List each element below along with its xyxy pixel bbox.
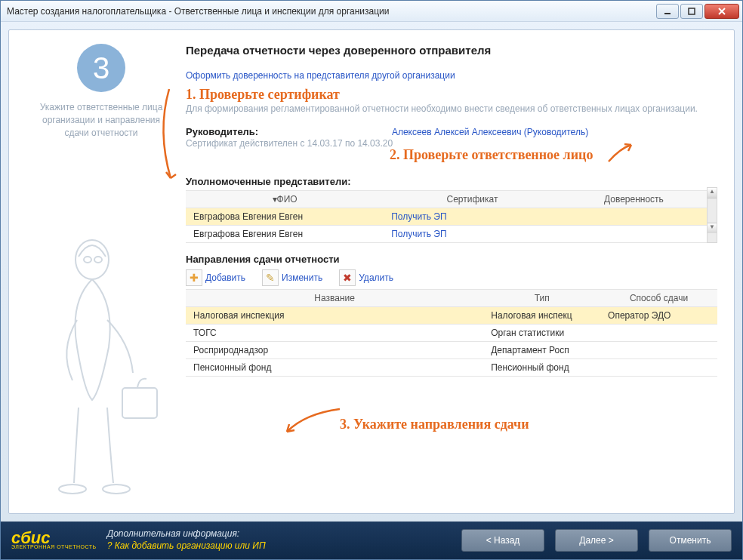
annotation-3: 3. Укажите направления сдачи xyxy=(340,417,529,432)
step-hint: Укажите ответственные лица организации и… xyxy=(26,101,177,139)
table-row[interactable]: Евграфова Евгения Евген Получить ЭП xyxy=(186,226,707,243)
table-row[interactable]: Пенсионный фонд Пенсионный фонд xyxy=(186,359,717,377)
table-row[interactable]: Евграфова Евгения Евген Получить ЭП xyxy=(186,208,707,226)
manager-block: Руководитель: Алексеев Алексей Алексееви… xyxy=(186,126,717,150)
arrow-annotation-3 xyxy=(282,406,343,436)
table-row[interactable]: ТОГС Орган статистики xyxy=(186,325,717,342)
reps-table: ▾ ФИО Сертификат Доверенность Евграфова … xyxy=(186,190,707,244)
next-button[interactable]: Далее > xyxy=(555,529,638,552)
delegate-link[interactable]: Оформить доверенность на представителя д… xyxy=(186,70,455,81)
scrollbar[interactable]: ▲ ▼ xyxy=(707,187,717,244)
footer-info: Дополнительная информация: ? Как добавит… xyxy=(107,528,266,552)
annotation-2: 2. Проверьте ответственное лицо xyxy=(390,147,593,163)
reps-title: Уполномоченные представители: xyxy=(186,176,717,187)
cancel-button[interactable]: Отменить xyxy=(649,529,732,552)
close-button[interactable] xyxy=(704,4,739,19)
back-button[interactable]: < Назад xyxy=(461,529,544,552)
sidebar: 3 Укажите ответственные лица организации… xyxy=(26,44,177,501)
titlebar: Мастер создания налогоплательщика - Отве… xyxy=(1,1,742,22)
plus-icon: ✚ xyxy=(186,269,202,286)
directions-table: Название Тип Способ сдачи Налоговая инсп… xyxy=(186,289,717,377)
footer-info-label: Дополнительная информация: xyxy=(107,528,266,540)
reps-col-fio[interactable]: ▾ ФИО xyxy=(186,190,384,208)
app-window: Мастер создания налогоплательщика - Отве… xyxy=(0,0,743,560)
directions-toolbar: ✚ Добавить ✎ Изменить ✖ Удалить xyxy=(186,269,717,286)
svg-point-5 xyxy=(84,257,91,263)
rep-fio: Евграфова Евгения Евген xyxy=(186,208,384,226)
table-row[interactable]: Росприроднадзор Департамент Росп xyxy=(186,342,717,359)
pencil-icon: ✎ xyxy=(262,269,279,286)
cross-icon: ✖ xyxy=(339,269,356,286)
rep-fio: Евграфова Евгения Евген xyxy=(186,226,384,243)
dir-col-name[interactable]: Название xyxy=(186,290,483,307)
content-panel: 3 Укажите ответственные лица организации… xyxy=(8,29,735,514)
window-controls xyxy=(656,4,739,19)
description-text: Для формирования регламентированной отче… xyxy=(186,103,717,115)
window-title: Мастер создания налогоплательщика - Отве… xyxy=(7,6,656,17)
step-number-badge: 3 xyxy=(77,44,125,92)
svg-rect-1 xyxy=(689,8,695,14)
delete-button[interactable]: ✖ Удалить xyxy=(339,269,393,286)
manager-person-link[interactable]: Алексеев Алексей Алексеевич (Руководител… xyxy=(392,127,588,137)
directions-title: Направления сдачи отчетности xyxy=(186,254,717,265)
page-title: Передача отчетности через доверенного от… xyxy=(186,44,717,57)
get-ep-link[interactable]: Получить ЭП xyxy=(391,211,446,222)
maximize-button[interactable] xyxy=(680,4,703,19)
logo: сбис ЭЛЕКТРОННАЯ ОТЧЕТНОСТЬ xyxy=(11,531,97,549)
svg-point-9 xyxy=(103,485,130,494)
assistant-illustration xyxy=(26,229,177,501)
edit-button[interactable]: ✎ Изменить xyxy=(262,269,322,286)
minimize-button[interactable] xyxy=(656,4,679,19)
dir-col-type[interactable]: Тип xyxy=(483,290,600,307)
footer: сбис ЭЛЕКТРОННАЯ ОТЧЕТНОСТЬ Дополнительн… xyxy=(1,522,742,559)
svg-point-6 xyxy=(94,257,102,263)
directions-block: Направления сдачи отчетности ✚ Добавить … xyxy=(186,254,717,377)
dir-col-method[interactable]: Способ сдачи xyxy=(600,290,717,307)
reps-col-doc[interactable]: Доверенность xyxy=(561,190,707,208)
svg-point-8 xyxy=(59,485,86,494)
add-button[interactable]: ✚ Добавить xyxy=(186,269,245,286)
footer-help-link[interactable]: ? Как добавить организацию или ИП xyxy=(107,540,266,552)
reps-col-cert[interactable]: Сертификат xyxy=(384,190,561,208)
get-ep-link[interactable]: Получить ЭП xyxy=(391,229,446,239)
reps-block: Уполномоченные представители: ▾ ФИО Серт… xyxy=(186,176,717,244)
main-area: Передача отчетности через доверенного от… xyxy=(177,44,717,501)
manager-label: Руководитель: xyxy=(186,126,258,137)
svg-rect-7 xyxy=(122,388,157,418)
table-row[interactable]: Налоговая инспекция Налоговая инспекц Оп… xyxy=(186,307,717,325)
annotation-1: 1. Проверьте сертификат xyxy=(186,87,717,103)
